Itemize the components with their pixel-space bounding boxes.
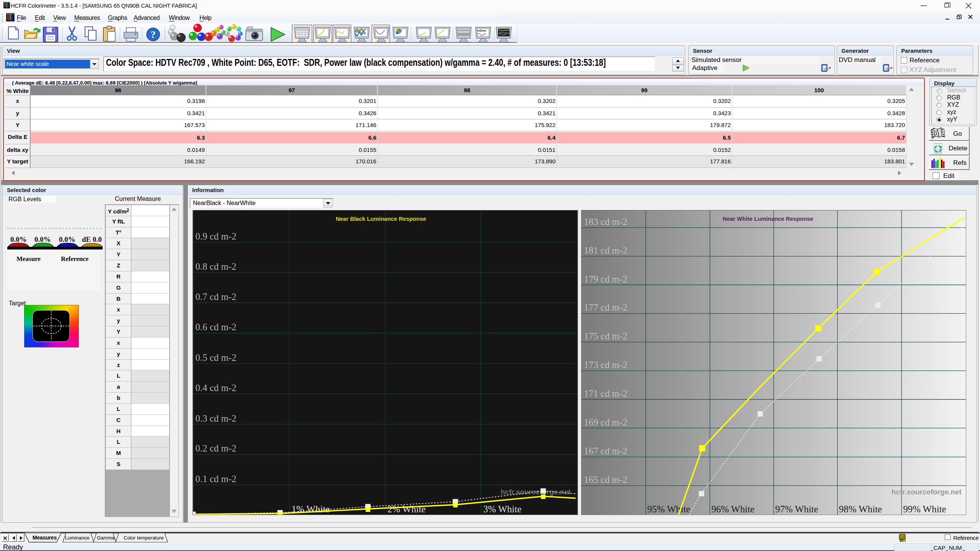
svg-text:0.0%: 0.0% <box>59 235 75 243</box>
svg-text:99% White: 99% White <box>903 504 946 514</box>
svg-text:175 cd m-2: 175 cd m-2 <box>584 331 627 341</box>
svg-text:0.3 cd m-2: 0.3 cd m-2 <box>195 413 236 424</box>
svg-text:167 cd m-2: 167 cd m-2 <box>584 446 627 456</box>
svg-text:0.0%: 0.0% <box>34 235 51 243</box>
svg-text:Luminance: Luminance <box>65 535 90 541</box>
svg-text:0.5 cd m-2: 0.5 cd m-2 <box>195 352 236 363</box>
svg-text:98% White: 98% White <box>839 504 882 514</box>
svg-text:0.4 cd m-2: 0.4 cd m-2 <box>195 383 236 393</box>
svg-text:165 cd m-2: 165 cd m-2 <box>584 474 627 485</box>
svg-text:?: ? <box>151 29 156 40</box>
svg-text:0.6 cd m-2: 0.6 cd m-2 <box>195 322 236 332</box>
svg-text:0.8 cd m-2: 0.8 cd m-2 <box>195 261 236 272</box>
svg-text:Measures: Measures <box>33 535 57 541</box>
svg-text:0.1 cd m-2: 0.1 cd m-2 <box>195 474 236 484</box>
svg-text:Color temperature: Color temperature <box>124 535 164 541</box>
svg-text:dE 0.0: dE 0.0 <box>82 235 102 243</box>
svg-text:Near White Luminance Response: Near White Luminance Response <box>723 215 813 222</box>
svg-text:3% White: 3% White <box>483 504 521 514</box>
svg-text:181 cd m-2: 181 cd m-2 <box>584 245 627 256</box>
svg-text:Near Black Luminance Response: Near Black Luminance Response <box>336 215 426 222</box>
svg-text:2% White: 2% White <box>387 504 426 514</box>
svg-text:0.2 cd m-2: 0.2 cd m-2 <box>195 443 236 453</box>
svg-text:96% White: 96% White <box>711 504 754 514</box>
svg-text:169 cd m-2: 169 cd m-2 <box>584 417 627 427</box>
svg-text:Gamma: Gamma <box>97 535 115 541</box>
svg-text:0.0%: 0.0% <box>10 235 27 243</box>
svg-text:0.9 cd m-2: 0.9 cd m-2 <box>195 231 236 241</box>
svg-text:0.7 cd m-2: 0.7 cd m-2 <box>195 292 236 302</box>
svg-text:179 cd m-2: 179 cd m-2 <box>584 274 627 284</box>
svg-text:95% White: 95% White <box>647 504 690 514</box>
svg-text:177 cd m-2: 177 cd m-2 <box>584 302 627 313</box>
svg-text:171 cd m-2: 171 cd m-2 <box>584 388 627 399</box>
svg-text:183 cd m-2: 183 cd m-2 <box>584 217 627 227</box>
svg-text:173 cd m-2: 173 cd m-2 <box>584 360 627 370</box>
svg-text:97% White: 97% White <box>775 504 818 514</box>
svg-text:hcfr.sourceforge.net: hcfr.sourceforge.net <box>892 488 962 496</box>
